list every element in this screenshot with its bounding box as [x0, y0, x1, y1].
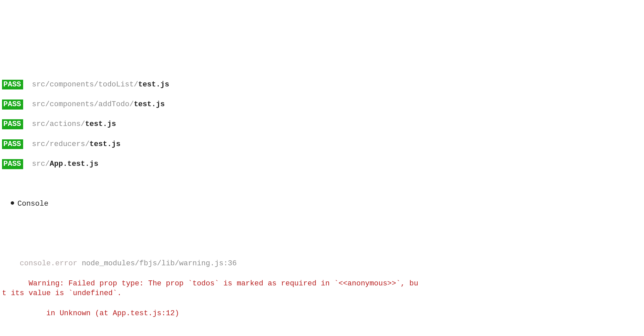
test-row: PASS src/actions/test.js [2, 119, 641, 129]
file-name: test.js [134, 100, 165, 109]
test-row: PASS src/App.test.js [2, 159, 641, 169]
test-row: PASS src/components/addTodo/test.js [2, 99, 641, 110]
test-row: PASS src/components/todoList/test.js [2, 80, 641, 90]
file-name: test.js [90, 140, 120, 148]
error-prefix: console.error [20, 259, 77, 268]
file-dir: src/reducers/ [32, 140, 90, 148]
file-name: App.test.js [50, 160, 98, 168]
console-heading-row: Console [2, 199, 641, 209]
test-row: PASS src/reducers/test.js [2, 139, 641, 149]
file-dir: src/actions/ [32, 120, 85, 128]
pass-badge: PASS [2, 139, 23, 149]
file-name: test.js [138, 80, 169, 89]
pass-badge: PASS [2, 119, 23, 129]
error-source: node_modules/fbjs/lib/warning.js:36 [82, 259, 237, 268]
file-name: test.js [85, 120, 116, 128]
error-location: in Unknown (at App.test.js:12) [2, 309, 641, 319]
terminal-output: PASS src/components/todoList/test.js PAS… [0, 50, 644, 336]
file-dir: src/components/addTodo/ [32, 100, 134, 109]
pass-badge: PASS [2, 80, 23, 90]
pass-badge: PASS [2, 159, 23, 169]
error-message: Warning: Failed prop type: The prop `tod… [2, 279, 641, 298]
file-dir: src/ [32, 160, 50, 168]
file-dir: src/components/todoList/ [32, 80, 138, 89]
pass-badge: PASS [2, 99, 23, 110]
console-heading: Console [17, 200, 48, 208]
bullet-icon [11, 201, 14, 205]
console-error-header: console.error node_modules/fbjs/lib/warn… [2, 259, 641, 269]
